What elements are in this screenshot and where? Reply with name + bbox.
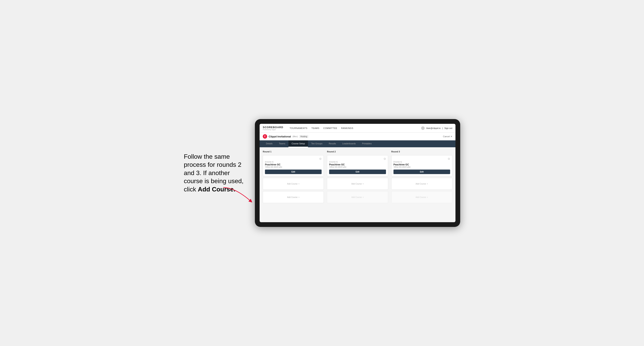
nav-committee[interactable]: COMMITTEE <box>324 127 338 129</box>
round-3-add-course-text: Add Course + <box>416 183 428 185</box>
nav-tournaments[interactable]: TOURNAMENTS <box>290 127 308 129</box>
hosting-badge: Hosting <box>299 135 308 138</box>
tabs-bar: Details Teams Course Setup Tee Groups Re… <box>260 140 456 147</box>
round-1-card-header: ⊙ <box>265 157 322 160</box>
round-2-remove-button[interactable]: ⊙ <box>384 157 386 160</box>
round-3-add-course-text-2: Add Course + <box>416 196 428 198</box>
content-area: Round 1 ⊙ (Course A) Peachtree GC Yellow… <box>260 147 456 222</box>
round-1-title: Round 1 <box>263 151 324 153</box>
cancel-button[interactable]: Cancel ✕ <box>443 135 452 138</box>
round-1-add-course-card-2[interactable]: Add Course + <box>263 191 324 203</box>
annotation-arrow <box>219 185 259 209</box>
nav-rankings[interactable]: RANKINGS <box>341 127 353 129</box>
page-wrapper: Follow the same process for rounds 2 and… <box>184 119 460 227</box>
nav-teams[interactable]: TEAMS <box>311 127 319 129</box>
tablet-screen: SCOREBOARD Powered by clippd TOURNAMENTS… <box>260 124 456 222</box>
round-1-column: Round 1 ⊙ (Course A) Peachtree GC Yellow… <box>263 151 324 203</box>
round-3-course-card: ⊙ (Course A) Peachtree GC Yellow (M) (66… <box>391 155 452 176</box>
round-3-title: Round 3 <box>391 151 452 153</box>
round-2-course-name: Peachtree GC <box>329 163 386 166</box>
round-1-edit-button[interactable]: Edit <box>265 170 322 174</box>
tab-results[interactable]: Results <box>326 140 339 147</box>
round-2-plus-icon-2: + <box>362 196 364 198</box>
sub-header: C Clippd Invitational (Men) Hosting Canc… <box>260 133 456 140</box>
round-2-add-course-card[interactable]: Add Course + <box>327 178 388 190</box>
instruction-panel: Follow the same process for rounds 2 and… <box>184 153 247 194</box>
round-3-remove-button[interactable]: ⊙ <box>448 157 450 160</box>
round-1-course-name: Peachtree GC <box>265 163 322 166</box>
sub-header-left: C Clippd Invitational (Men) Hosting <box>263 134 308 139</box>
round-1-plus-icon-2: + <box>298 196 300 198</box>
round-2-add-course-card-2: Add Course + <box>327 191 388 203</box>
user-avatar <box>421 126 425 130</box>
round-1-add-course-card[interactable]: Add Course + <box>263 178 324 190</box>
clippd-logo: C <box>263 134 267 139</box>
round-3-card-header: ⊙ <box>394 157 450 160</box>
logo-sub: Powered by clippd <box>263 129 283 131</box>
round-1-plus-icon: + <box>298 183 300 185</box>
round-2-course-card: ⊙ (Course A) Peachtree GC Yellow (M) (66… <box>327 155 388 176</box>
round-2-card-header: ⊙ <box>329 157 386 160</box>
tab-details[interactable]: Details <box>263 140 276 147</box>
logo-main: SCOREBOARD <box>263 126 283 129</box>
tab-teams[interactable]: Teams <box>276 140 288 147</box>
tab-leaderboards[interactable]: Leaderboards <box>339 140 359 147</box>
round-3-course-label: (Course A) <box>394 161 450 163</box>
round-3-add-course-card-2: Add Course + <box>391 191 452 203</box>
round-3-edit-button[interactable]: Edit <box>394 170 450 174</box>
tab-printables[interactable]: Printables <box>359 140 375 147</box>
round-2-add-course-text-2: Add Course + <box>352 196 364 198</box>
round-1-add-course-text-2: Add Course + <box>287 196 300 198</box>
round-3-add-course-card[interactable]: Add Course + <box>391 178 452 190</box>
tab-tee-groups[interactable]: Tee Groups <box>308 140 326 147</box>
round-2-edit-button[interactable]: Edit <box>329 170 386 174</box>
separator: | <box>442 127 443 129</box>
round-3-plus-icon: + <box>427 183 428 185</box>
rounds-grid: Round 1 ⊙ (Course A) Peachtree GC Yellow… <box>263 151 452 203</box>
tablet-frame: SCOREBOARD Powered by clippd TOURNAMENTS… <box>255 119 460 227</box>
round-1-add-course-text: Add Course + <box>287 183 300 185</box>
round-2-course-details: Yellow (M) (6629 yds) <box>329 166 386 168</box>
nav-right: blair@clippd.io | Sign out <box>421 126 452 130</box>
scoreboard-logo: SCOREBOARD Powered by clippd <box>263 126 283 131</box>
round-2-column: Round 2 ⊙ (Course A) Peachtree GC Yellow… <box>327 151 388 203</box>
round-1-course-label: (Course A) <box>265 161 322 163</box>
round-2-title: Round 2 <box>327 151 388 153</box>
round-3-course-details: Yellow (M) (6629 yds) <box>394 166 450 168</box>
round-2-plus-icon: + <box>362 183 364 185</box>
round-1-course-card: ⊙ (Course A) Peachtree GC Yellow (M) (66… <box>263 155 324 176</box>
user-email: blair@clippd.io <box>426 127 440 129</box>
tournament-name: Clippd Invitational <box>269 135 291 138</box>
close-icon: ✕ <box>450 135 452 138</box>
round-2-add-course-text: Add Course + <box>352 183 364 185</box>
gender-badge: (Men) <box>292 136 298 138</box>
tab-course-setup[interactable]: Course Setup <box>288 140 308 147</box>
main-nav: TOURNAMENTS TEAMS COMMITTEE RANKINGS <box>290 127 416 129</box>
sign-out-link[interactable]: Sign out <box>444 127 452 129</box>
round-3-plus-icon-2: + <box>427 196 428 198</box>
round-1-course-details: Yellow (M) (6629 yds) <box>265 166 322 168</box>
top-nav: SCOREBOARD Powered by clippd TOURNAMENTS… <box>260 124 456 133</box>
round-3-column: Round 3 ⊙ (Course A) Peachtree GC Yellow… <box>391 151 452 203</box>
round-2-course-label: (Course A) <box>329 161 386 163</box>
round-1-remove-button[interactable]: ⊙ <box>319 157 322 160</box>
round-3-course-name: Peachtree GC <box>394 163 450 166</box>
